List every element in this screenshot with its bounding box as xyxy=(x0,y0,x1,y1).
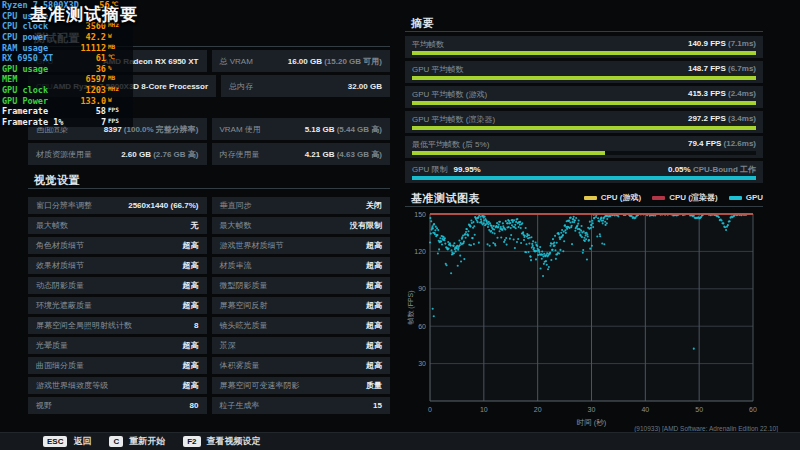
gpu-data-point xyxy=(436,234,438,236)
gpu-data-point xyxy=(530,259,532,261)
setting-cell: 景深超高 xyxy=(212,337,391,354)
gpu-data-point xyxy=(565,232,567,234)
setting-cell: 动态阴影质量超高 xyxy=(28,277,207,294)
gpu-data-point xyxy=(562,250,564,252)
gpu-data-point xyxy=(592,222,594,224)
gpu-data-point xyxy=(491,232,493,234)
gpu-data-point xyxy=(467,230,469,232)
legend-label: CPU (渲染器) xyxy=(669,192,717,203)
setting-value: 超高 xyxy=(183,380,199,391)
osd-metric-label: RAM usage xyxy=(0,43,70,53)
gpu-data-point xyxy=(581,236,583,238)
keycap[interactable]: F2 xyxy=(183,436,200,447)
key-hint-c[interactable]: C重新开始 xyxy=(109,435,165,448)
gpu-data-point xyxy=(436,227,438,229)
summary-bar-track xyxy=(412,101,756,105)
setting-value: 超高 xyxy=(366,340,382,351)
gpu-data-point xyxy=(589,248,591,250)
setting-label: 游戏世界材质细节 xyxy=(220,240,284,251)
gpu-data-point xyxy=(450,245,452,247)
config-extra: (4.63 GB 高) xyxy=(334,150,382,159)
osd-row: GPU clock1203MHz xyxy=(0,85,133,96)
gpu-data-point xyxy=(478,242,480,244)
summary-bar-fill xyxy=(412,76,756,80)
summary-bar-fill xyxy=(412,51,756,55)
setting-cell: 视野80 xyxy=(28,397,207,414)
summary-stat-head: 平均帧数140.9 FPS (7.1ms) xyxy=(412,39,756,50)
gpu-data-point xyxy=(453,252,455,254)
gpu-data-point xyxy=(506,244,508,246)
gpu-data-point xyxy=(555,258,557,260)
config-value: 5.18 GB (5.44 GB 高) xyxy=(305,124,382,135)
gpu-data-point xyxy=(554,244,556,246)
gpu-data-point xyxy=(603,243,605,245)
gpu-data-point xyxy=(494,232,496,234)
gpu-data-point xyxy=(440,241,442,243)
gpu-data-point xyxy=(547,268,549,270)
key-hint-esc[interactable]: ESC返回 xyxy=(43,435,91,448)
setting-label: 曲面细分质量 xyxy=(36,360,84,371)
gpu-data-point xyxy=(602,222,604,224)
gpu-data-point xyxy=(493,228,495,230)
gpu-data-point xyxy=(523,239,525,241)
gpu-data-point xyxy=(568,220,570,222)
gpu-data-point xyxy=(432,227,434,229)
gpu-data-point xyxy=(496,237,498,239)
keycap[interactable]: ESC xyxy=(43,436,67,447)
gpu-data-point xyxy=(435,226,437,228)
gpu-data-point xyxy=(549,245,551,247)
osd-metric-value: 42.2 xyxy=(70,32,106,42)
gpu-data-point xyxy=(525,251,527,253)
summary-stat-row: GPU 平均帧数148.7 FPS (6.7ms) xyxy=(405,61,763,83)
gpu-data-point xyxy=(583,230,585,232)
gpu-data-point xyxy=(571,243,573,245)
gpu-data-point xyxy=(542,275,544,277)
keycap[interactable]: C xyxy=(109,436,123,447)
osd-metric-unit: W xyxy=(106,96,133,106)
gpu-data-point xyxy=(522,231,524,233)
gpu-data-point xyxy=(573,216,575,218)
gpu-data-point xyxy=(494,244,496,246)
summary-stat-value: 415.3 FPS (2.4ms) xyxy=(688,89,756,100)
gpu-data-point xyxy=(502,222,504,224)
gpu-data-point xyxy=(600,217,602,219)
y-tick-label: 120 xyxy=(414,248,426,255)
gpu-data-point xyxy=(437,229,439,231)
gpu-data-point xyxy=(725,229,727,231)
gpu-data-point xyxy=(472,237,474,239)
summary-stat-value: 0.05% CPU-Bound 工作 xyxy=(668,164,756,175)
gpu-data-point xyxy=(585,238,587,240)
key-hint-f2[interactable]: F2查看视频设定 xyxy=(183,435,260,448)
gpu-data-point xyxy=(500,236,502,238)
gpu-data-point xyxy=(584,240,586,242)
gpu-data-point xyxy=(577,223,579,225)
gpu-data-point xyxy=(605,224,607,226)
setting-cell: 窗口分辨率调整2560x1440 (66.7%) xyxy=(28,197,207,214)
gpu-data-point xyxy=(539,246,541,248)
gpu-data-point xyxy=(515,221,517,223)
osd-metric-label: RX 6950 XT xyxy=(0,53,70,63)
setting-value: 关闭 xyxy=(366,200,382,211)
gpu-data-point xyxy=(525,227,527,229)
setting-value: 超高 xyxy=(366,320,382,331)
gpu-data-point xyxy=(444,243,446,245)
key-hint-label: 重新开始 xyxy=(129,435,165,448)
gpu-data-point xyxy=(722,222,724,224)
summary-stat-value: 297.2 FPS (3.4ms) xyxy=(688,114,756,125)
osd-row: RAM usage11112MB xyxy=(0,42,133,53)
setting-label: 体积雾质量 xyxy=(220,360,260,371)
setting-label: 微型阴影质量 xyxy=(220,280,268,291)
setting-cell: 体积雾质量超高 xyxy=(212,357,391,374)
legend-item: GPU xyxy=(729,193,763,202)
gpu-data-point xyxy=(524,235,526,237)
chart-section-title: 基准测试图表 xyxy=(411,191,480,206)
gpu-data-point xyxy=(441,243,443,245)
gpu-data-point xyxy=(554,249,556,251)
setting-cell: 屏幕空间反射超高 xyxy=(212,297,391,314)
gpu-data-point xyxy=(553,241,555,243)
gpu-data-point xyxy=(588,239,590,241)
gpu-data-point xyxy=(602,219,604,221)
gpu-data-point xyxy=(609,215,611,217)
osd-row: GPU Power133.0W xyxy=(0,95,133,106)
gpu-data-point xyxy=(591,245,593,247)
